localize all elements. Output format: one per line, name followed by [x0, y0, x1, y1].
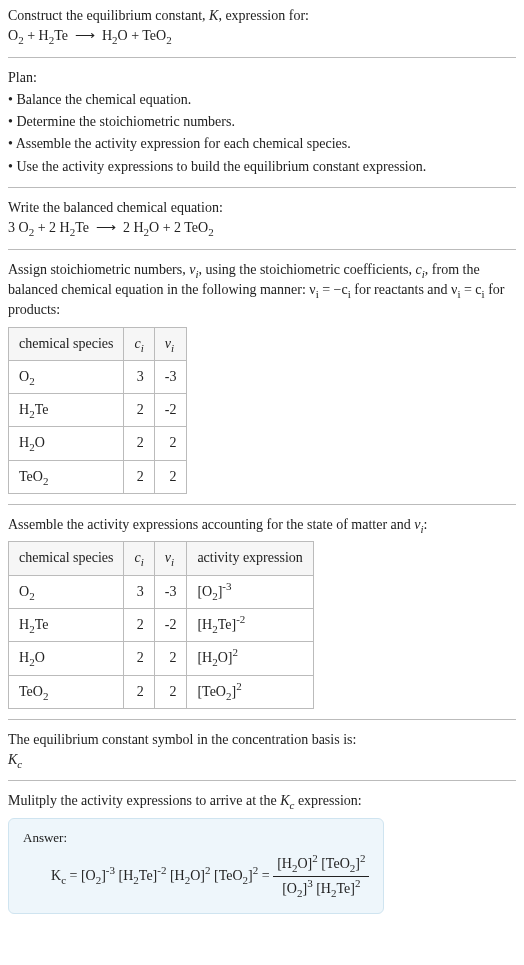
table-row: H2Te 2 -2 — [9, 394, 187, 427]
col-species: chemical species — [9, 327, 124, 360]
cell-species: H2O — [9, 642, 124, 675]
plan-block: Plan: • Balance the chemical equation. •… — [8, 68, 516, 177]
nu-eq-reactants: νi = −ci — [309, 282, 350, 297]
fraction-numerator: [H2O]2 [TeO2]2 — [273, 854, 369, 877]
cell-v: 2 — [154, 460, 187, 493]
assemble-block: Assemble the activity expressions accoun… — [8, 515, 516, 709]
divider — [8, 504, 516, 505]
plan-title: Plan: — [8, 68, 516, 88]
col-nui: νi — [154, 542, 187, 575]
col-activity: activity expression — [187, 542, 313, 575]
assign-text: for reactants and — [351, 282, 451, 297]
cell-c: 2 — [124, 675, 154, 708]
plan-item: • Determine the stoichiometric numbers. — [8, 112, 516, 132]
divider — [8, 57, 516, 58]
cell-v: -3 — [154, 575, 187, 608]
answer-label: Answer: — [23, 829, 369, 848]
divider — [8, 780, 516, 781]
cell-activity: [H2O]2 — [187, 642, 313, 675]
table-row: H2Te 2 -2 [H2Te]-2 — [9, 608, 314, 641]
prompt-block: Construct the equilibrium constant, K, e… — [8, 6, 516, 47]
kc-block: The equilibrium constant symbol in the c… — [8, 730, 516, 771]
col-species: chemical species — [9, 542, 124, 575]
kc-symbol: Kc — [8, 752, 22, 767]
cell-species: H2Te — [9, 394, 124, 427]
stoich-table: chemical species ci νi O2 3 -3 H2Te 2 -2… — [8, 327, 187, 494]
cell-species: O2 — [9, 360, 124, 393]
cell-v: -2 — [154, 608, 187, 641]
table-row: TeO2 2 2 [TeO2]2 — [9, 675, 314, 708]
divider — [8, 719, 516, 720]
plan-item: • Assemble the activity expression for e… — [8, 134, 516, 154]
nu-eq-products: νi = ci — [451, 282, 485, 297]
cell-v: 2 — [154, 642, 187, 675]
cell-activity: [O2]-3 — [187, 575, 313, 608]
multiply-block: Mulitply the activity expressions to arr… — [8, 791, 516, 914]
cell-v: -3 — [154, 360, 187, 393]
divider — [8, 249, 516, 250]
table-row: O2 3 -3 — [9, 360, 187, 393]
answer-fraction: [H2O]2 [TeO2]2[O2]3 [H2Te]2 — [273, 854, 369, 900]
fraction-denominator: [O2]3 [H2Te]2 — [273, 877, 369, 899]
cell-v: 2 — [154, 675, 187, 708]
cell-c: 2 — [124, 608, 154, 641]
nu-i: νi — [414, 517, 423, 532]
cell-c: 2 — [124, 460, 154, 493]
cell-c: 3 — [124, 360, 154, 393]
c-i: ci — [416, 262, 425, 277]
cell-species: H2Te — [9, 608, 124, 641]
cell-species: O2 — [9, 575, 124, 608]
cell-v: 2 — [154, 427, 187, 460]
col-ci: ci — [124, 542, 154, 575]
cell-c: 2 — [124, 427, 154, 460]
cell-c: 2 — [124, 394, 154, 427]
k-symbol: K — [209, 8, 218, 23]
plan-item: • Balance the chemical equation. — [8, 90, 516, 110]
balanced-block: Write the balanced chemical equation: 3 … — [8, 198, 516, 239]
answer-equation: Kc = [O2]-3 [H2Te]-2 [H2O]2 [TeO2]2 = [H… — [23, 854, 369, 900]
cell-species: TeO2 — [9, 460, 124, 493]
table-header-row: chemical species ci νi — [9, 327, 187, 360]
cell-c: 2 — [124, 642, 154, 675]
divider — [8, 187, 516, 188]
balanced-heading: Write the balanced chemical equation: — [8, 198, 516, 218]
table-row: H2O 2 2 — [9, 427, 187, 460]
assemble-text: Assemble the activity expressions accoun… — [8, 517, 414, 532]
answer-box: Answer: Kc = [O2]-3 [H2Te]-2 [H2O]2 [TeO… — [8, 818, 384, 914]
kc-text: The equilibrium constant symbol in the c… — [8, 730, 516, 750]
cell-activity: [TeO2]2 — [187, 675, 313, 708]
multiply-text-b: expression: — [294, 793, 361, 808]
cell-activity: [H2Te]-2 — [187, 608, 313, 641]
kc-symbol-inline: Kc — [280, 793, 294, 808]
plan-item: • Use the activity expressions to build … — [8, 157, 516, 177]
assign-block: Assign stoichiometric numbers, νi, using… — [8, 260, 516, 494]
col-ci: ci — [124, 327, 154, 360]
table-row: H2O 2 2 [H2O]2 — [9, 642, 314, 675]
table-row: TeO2 2 2 — [9, 460, 187, 493]
cell-species: H2O — [9, 427, 124, 460]
answer-left: Kc = [O2]-3 [H2Te]-2 [H2O]2 [TeO2]2 = — [51, 868, 273, 883]
activity-table: chemical species ci νi activity expressi… — [8, 541, 314, 708]
assign-text: , using the stoichiometric coefficients, — [198, 262, 415, 277]
col-nui: νi — [154, 327, 187, 360]
cell-species: TeO2 — [9, 675, 124, 708]
table-row: O2 3 -3 [O2]-3 — [9, 575, 314, 608]
cell-c: 3 — [124, 575, 154, 608]
balanced-equation: 3 O2 + 2 H2Te ⟶ 2 H2O + 2 TeO2 — [8, 218, 516, 238]
assign-text: Assign stoichiometric numbers, — [8, 262, 189, 277]
assemble-text: : — [424, 517, 428, 532]
table-header-row: chemical species ci νi activity expressi… — [9, 542, 314, 575]
unbalanced-equation: O2 + H2Te ⟶ H2O + TeO2 — [8, 26, 516, 46]
prompt-text: Construct the equilibrium constant, — [8, 8, 209, 23]
cell-v: -2 — [154, 394, 187, 427]
multiply-text: Mulitply the activity expressions to arr… — [8, 793, 280, 808]
prompt-text-b: , expression for: — [218, 8, 309, 23]
